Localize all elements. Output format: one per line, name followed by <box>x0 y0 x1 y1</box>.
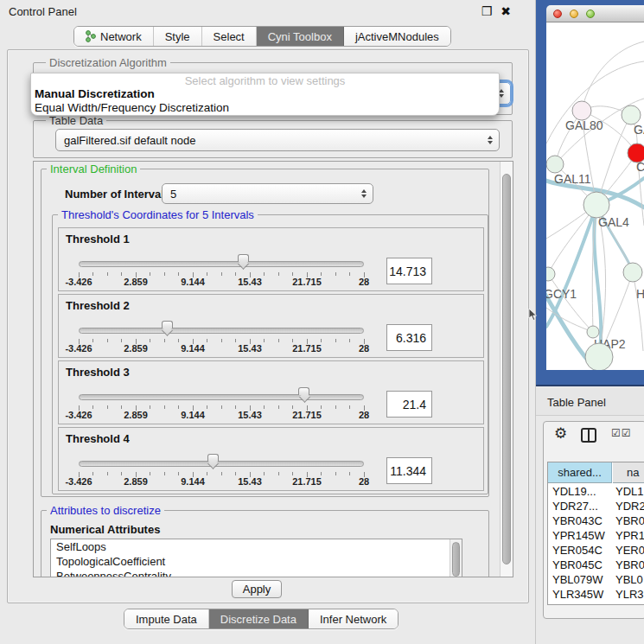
network-node-hap2[interactable] <box>587 326 599 338</box>
network-node-ga[interactable] <box>622 105 641 124</box>
threshold-value-box[interactable]: 6.316 <box>386 324 432 351</box>
network-node-gal11[interactable] <box>546 156 564 173</box>
table-cell-shared-name: YER054C <box>552 543 613 558</box>
threshold-slider-thumb[interactable] <box>207 454 219 462</box>
float-icon[interactable]: ❒ <box>481 4 493 18</box>
number-of-intervals-label: Number of Intervals <box>65 188 170 201</box>
tab-label: Impute Data <box>136 613 197 626</box>
select-columns-icon[interactable]: ☑☑ <box>611 427 632 439</box>
mac-minimize-icon[interactable] <box>570 10 578 18</box>
table-cell-name: YPR1 <box>615 528 644 543</box>
network-node-gal4[interactable] <box>583 192 609 218</box>
table-row[interactable]: YBL079WYBL0 <box>548 572 644 587</box>
settings-scrollbar-thumb[interactable] <box>502 174 511 564</box>
slider-tick-label: 28 <box>338 476 390 487</box>
slider-tick <box>150 339 150 342</box>
slider-tick <box>221 339 222 342</box>
tab-label: Style <box>165 30 190 43</box>
slider-tick <box>264 272 265 276</box>
gear-icon[interactable]: ⚙ <box>554 424 567 443</box>
threshold-panel-2: Threshold 2-3.4262.8599.14415.4321.71528… <box>58 294 484 358</box>
table-cell-shared-name: YIL053C <box>552 602 613 604</box>
threshold-value-box[interactable]: 21.4 <box>386 391 432 418</box>
close-icon[interactable]: ✖ <box>501 4 511 18</box>
tab-select[interactable]: Select <box>202 27 257 46</box>
interval-definition-group: Interval Definition Number of Intervals … <box>41 169 489 497</box>
threshold-slider-track[interactable] <box>79 461 364 467</box>
network-node-h[interactable] <box>623 263 642 282</box>
tab-discretize-data[interactable]: Discretize Data <box>209 609 309 628</box>
numerical-attributes-list[interactable]: SelfLoopsTopologicalCoefficientBetweenne… <box>50 539 462 577</box>
app-root: Control Panel ❒ ✖ NetworkStyleSelectCyni… <box>0 0 644 644</box>
interval-definition-group-label: Interval Definition <box>47 163 140 175</box>
table-data-combobox-value: galFiltered.sif default node <box>64 134 195 147</box>
network-node-gal80[interactable] <box>572 101 591 120</box>
table-row[interactable]: YBR045CYBR0 <box>548 558 644 572</box>
tab-cyni-toolbox[interactable]: Cyni Toolbox <box>257 27 344 46</box>
algorithm-popup-options: Manual DiscretizationEqual Width/Frequen… <box>35 87 495 115</box>
threshold-slider-thumb[interactable] <box>238 254 249 262</box>
table-row[interactable]: YIL053CYIL0 <box>548 602 644 604</box>
apply-button[interactable]: Apply <box>232 580 282 598</box>
table-row[interactable]: YER054CYER0 <box>548 543 644 558</box>
slider-tick <box>178 472 179 475</box>
slider-tick <box>121 339 122 342</box>
attributes-list-scrollbar[interactable] <box>450 539 462 577</box>
network-window-titlebar[interactable] <box>546 5 644 22</box>
column-layout-icon[interactable] <box>581 428 596 443</box>
settings-scrollbar[interactable] <box>500 162 513 577</box>
threshold-slider-track[interactable] <box>79 394 364 400</box>
network-node[interactable] <box>585 343 613 370</box>
table-row[interactable]: YDR27...YDR2 <box>548 499 644 513</box>
attributes-list-scrollbar-thumb[interactable] <box>452 542 460 577</box>
slider-tick <box>207 339 207 342</box>
slider-tick <box>164 405 165 409</box>
network-node-label: GAL4 <box>598 215 629 229</box>
attribute-item-topologicalcoefficient[interactable]: TopologicalCoefficient <box>51 554 462 569</box>
slider-tick <box>278 405 279 409</box>
tab-impute-data[interactable]: Impute Data <box>124 609 209 628</box>
tab-network[interactable]: Network <box>74 27 154 46</box>
tab-jactivemnodules[interactable]: jActiveMNodules <box>344 27 450 46</box>
network-node-label: GA <box>634 123 644 137</box>
threshold-slider-track[interactable] <box>79 261 364 267</box>
network-canvas[interactable]: GAL80GACGAL11GAL4GCY1HHAP2 <box>546 22 644 370</box>
table-column-header[interactable]: shared... <box>548 462 612 483</box>
slider-tick <box>321 405 322 409</box>
number-of-intervals-combobox[interactable]: 5 <box>162 183 373 204</box>
control-panel-tabbar: NetworkStyleSelectCyni ToolboxjActiveMNo… <box>73 26 451 47</box>
algorithm-option-manual-discretization[interactable]: Manual Discretization <box>35 87 495 101</box>
table-row[interactable]: YPR145WYPR1 <box>548 528 644 543</box>
slider-tick <box>121 405 122 409</box>
mac-close-icon[interactable] <box>553 10 562 18</box>
mac-zoom-icon[interactable] <box>586 10 595 18</box>
attribute-item-betweennesscentrality[interactable]: BetweennessCentrality <box>51 569 462 577</box>
threshold-label: Threshold 3 <box>66 366 130 379</box>
network-node-gcy1[interactable] <box>546 267 555 281</box>
slider-tick <box>107 339 108 342</box>
table-row[interactable]: YLR345WYLR3 <box>548 587 644 602</box>
slider-tick <box>349 272 350 276</box>
slider-tick <box>292 405 293 409</box>
attribute-item-selfloops[interactable]: SelfLoops <box>51 539 462 554</box>
table-cell-name: YDR2 <box>615 499 644 513</box>
slider-tick <box>335 472 336 475</box>
slider-tick <box>107 405 108 409</box>
threshold-slider-thumb[interactable] <box>162 321 173 328</box>
slider-tick <box>235 405 236 409</box>
threshold-slider-track[interactable] <box>79 328 364 334</box>
threshold-slider-thumb[interactable] <box>298 387 309 395</box>
table-row[interactable]: YDL19...YDL1 <box>548 484 644 499</box>
table-data-combobox[interactable]: galFiltered.sif default node <box>55 129 500 151</box>
table-row[interactable]: YBR043CYBR0 <box>548 513 644 528</box>
algorithm-option-equal-width-frequency-discretization[interactable]: Equal Width/Frequency Discretization <box>35 101 495 115</box>
slider-tick <box>221 472 222 475</box>
slider-tick <box>107 272 108 276</box>
tab-style[interactable]: Style <box>154 27 202 46</box>
slider-tick <box>221 405 222 409</box>
threshold-value-box[interactable]: 11.344 <box>386 457 432 484</box>
threshold-value-box[interactable]: 14.713 <box>386 258 432 284</box>
table-column-header[interactable]: na <box>613 462 644 483</box>
tab-infer-network[interactable]: Infer Network <box>309 609 398 628</box>
number-of-intervals-value: 5 <box>170 188 176 201</box>
